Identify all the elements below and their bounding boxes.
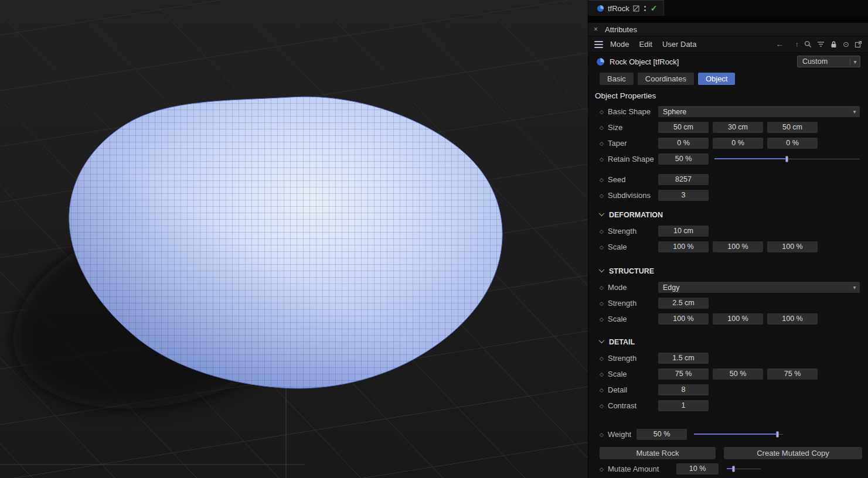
attribute-tabs: Basic Coordinates Object bbox=[588, 70, 868, 87]
retain-shape-field[interactable]: 50 % bbox=[658, 153, 709, 165]
rock-object-icon bbox=[596, 57, 605, 66]
detail-contrast-row: ◇ Contrast 1 bbox=[588, 398, 868, 414]
preset-value: Custom bbox=[798, 57, 850, 66]
keyframe-diamond-icon[interactable]: ◇ bbox=[600, 228, 608, 234]
detail-strength-label: Strength bbox=[608, 354, 658, 363]
size-z-field[interactable]: 50 cm bbox=[767, 122, 818, 133]
tab-coordinates[interactable]: Coordinates bbox=[638, 73, 694, 85]
detail-detail-field[interactable]: 8 bbox=[658, 384, 709, 395]
filter-icon[interactable] bbox=[817, 40, 825, 48]
tab-object[interactable]: Object bbox=[698, 73, 736, 85]
app-window: tfRock ✓ × Attributes Mode Edit User Dat… bbox=[0, 0, 868, 478]
detail-strength-field[interactable]: 1.5 cm bbox=[658, 353, 709, 364]
menu-mode[interactable]: Mode bbox=[610, 40, 629, 49]
rock-object-icon bbox=[597, 5, 604, 12]
slider-handle[interactable] bbox=[776, 431, 779, 438]
keyframe-diamond-icon[interactable]: ◇ bbox=[600, 356, 608, 361]
keyframe-diamond-icon[interactable]: ◇ bbox=[600, 141, 608, 146]
structure-scale-y-field[interactable]: 100 % bbox=[713, 313, 763, 325]
keyframe-diamond-icon[interactable]: ◇ bbox=[600, 125, 608, 131]
layer-dots-icon[interactable] bbox=[643, 6, 647, 11]
structure-mode-dropdown[interactable]: Edgy ▾ bbox=[658, 282, 860, 293]
seed-row: ◇ Seed 8257 bbox=[588, 172, 868, 187]
enabled-check-icon[interactable]: ✓ bbox=[651, 4, 658, 13]
deformation-strength-field[interactable]: 10 cm bbox=[658, 226, 709, 237]
structure-scale-label: Scale bbox=[608, 315, 658, 323]
detail-scale-row: ◇ Scale 75 % 50 % 75 % bbox=[588, 366, 868, 382]
size-x-field[interactable]: 50 cm bbox=[658, 122, 709, 133]
deformation-scale-y-field[interactable]: 100 % bbox=[713, 241, 763, 252]
retain-shape-label: Retain Shape bbox=[608, 155, 658, 163]
slider-handle[interactable] bbox=[732, 466, 735, 472]
keyframe-diamond-icon[interactable]: ◇ bbox=[600, 109, 608, 115]
taper-y-field[interactable]: 0 % bbox=[713, 138, 763, 149]
deformation-scale-z-field[interactable]: 100 % bbox=[767, 241, 818, 252]
seed-field[interactable]: 8257 bbox=[658, 174, 709, 185]
keyframe-diamond-icon[interactable]: ◇ bbox=[600, 301, 608, 306]
create-mutated-copy-button[interactable]: Create Mutated Copy bbox=[724, 447, 862, 459]
detail-scale-x-field[interactable]: 75 % bbox=[658, 368, 709, 380]
deformation-scale-label: Scale bbox=[608, 243, 658, 251]
lock-icon[interactable] bbox=[830, 40, 838, 48]
basic-shape-dropdown[interactable]: Sphere ▾ bbox=[658, 106, 860, 117]
slider-handle[interactable] bbox=[785, 156, 788, 162]
object-properties-heading: Object Properties bbox=[588, 87, 868, 104]
detail-scale-z-field[interactable]: 75 % bbox=[767, 368, 818, 380]
mutate-amount-slider[interactable] bbox=[727, 463, 761, 474]
deformation-section-header[interactable]: DEFORMATION bbox=[588, 207, 868, 223]
detail-contrast-field[interactable]: 1 bbox=[658, 400, 709, 411]
structure-strength-field[interactable]: 2.5 cm bbox=[658, 298, 709, 309]
chevron-down-icon bbox=[599, 267, 605, 272]
chevron-down-icon bbox=[599, 337, 605, 343]
keyframe-diamond-icon[interactable]: ◇ bbox=[600, 156, 608, 162]
size-y-field[interactable]: 30 cm bbox=[713, 122, 763, 133]
detail-detail-label: Detail bbox=[608, 385, 658, 394]
taper-z-field[interactable]: 0 % bbox=[767, 138, 818, 149]
edit-icon[interactable] bbox=[633, 5, 639, 12]
subdivisions-field[interactable]: 3 bbox=[658, 190, 709, 201]
weight-field[interactable]: 50 % bbox=[636, 429, 687, 440]
object-name: Rock Object [tfRock] bbox=[610, 57, 679, 66]
keyframe-diamond-icon[interactable]: ◇ bbox=[600, 403, 608, 409]
retain-shape-row: ◇ Retain Shape 50 % bbox=[588, 151, 868, 167]
back-icon[interactable]: ← bbox=[776, 40, 784, 49]
keyframe-diamond-icon[interactable]: ◇ bbox=[600, 316, 608, 322]
keyframe-diamond-icon[interactable]: ◇ bbox=[600, 285, 608, 291]
structure-scale-row: ◇ Scale 100 % 100 % 100 % bbox=[588, 311, 868, 327]
detail-scale-y-field[interactable]: 50 % bbox=[713, 368, 763, 380]
taper-x-field[interactable]: 0 % bbox=[658, 138, 709, 149]
structure-section-header[interactable]: STRUCTURE bbox=[588, 263, 868, 279]
deformation-scale-x-field[interactable]: 100 % bbox=[658, 241, 709, 252]
taper-row: ◇ Taper 0 % 0 % 0 % bbox=[588, 135, 868, 151]
keyframe-diamond-icon[interactable]: ◇ bbox=[600, 387, 608, 393]
detail-section-header[interactable]: DETAIL bbox=[588, 334, 868, 350]
preset-dropdown[interactable]: Custom ▾ bbox=[797, 56, 860, 67]
tab-basic[interactable]: Basic bbox=[600, 73, 634, 85]
target-icon[interactable]: ⊙ bbox=[843, 40, 849, 49]
keyframe-diamond-icon[interactable]: ◇ bbox=[600, 244, 608, 250]
up-icon[interactable]: ↑ bbox=[795, 40, 799, 49]
deformation-scale-row: ◇ Scale 100 % 100 % 100 % bbox=[588, 239, 868, 255]
weight-slider[interactable] bbox=[694, 429, 783, 440]
keyframe-diamond-icon[interactable]: ◇ bbox=[600, 371, 608, 377]
attributes-menubar: Mode Edit User Data ← ↑ ⊙ bbox=[588, 36, 868, 53]
keyframe-diamond-icon[interactable]: ◇ bbox=[600, 177, 608, 183]
keyframe-diamond-icon[interactable]: ◇ bbox=[600, 193, 608, 199]
chevron-down-icon bbox=[599, 210, 605, 216]
viewport-3d[interactable] bbox=[0, 0, 588, 478]
panel-title: Attributes bbox=[605, 25, 637, 34]
structure-scale-x-field[interactable]: 100 % bbox=[658, 313, 709, 325]
retain-shape-slider[interactable] bbox=[714, 153, 860, 165]
menu-icon[interactable] bbox=[594, 41, 603, 48]
keyframe-diamond-icon[interactable]: ◇ bbox=[600, 466, 608, 472]
search-icon[interactable] bbox=[804, 40, 812, 48]
menu-edit[interactable]: Edit bbox=[639, 40, 652, 49]
keyframe-diamond-icon[interactable]: ◇ bbox=[600, 432, 608, 438]
menu-user-data[interactable]: User Data bbox=[662, 40, 697, 49]
mutate-amount-field[interactable]: 10 % bbox=[676, 463, 719, 474]
mutate-rock-button[interactable]: Mutate Rock bbox=[600, 447, 716, 459]
close-icon[interactable]: × bbox=[594, 25, 598, 33]
external-link-icon[interactable] bbox=[855, 40, 862, 48]
structure-scale-z-field[interactable]: 100 % bbox=[767, 313, 818, 325]
tab-tfrock[interactable]: tfRock ✓ bbox=[588, 0, 664, 16]
